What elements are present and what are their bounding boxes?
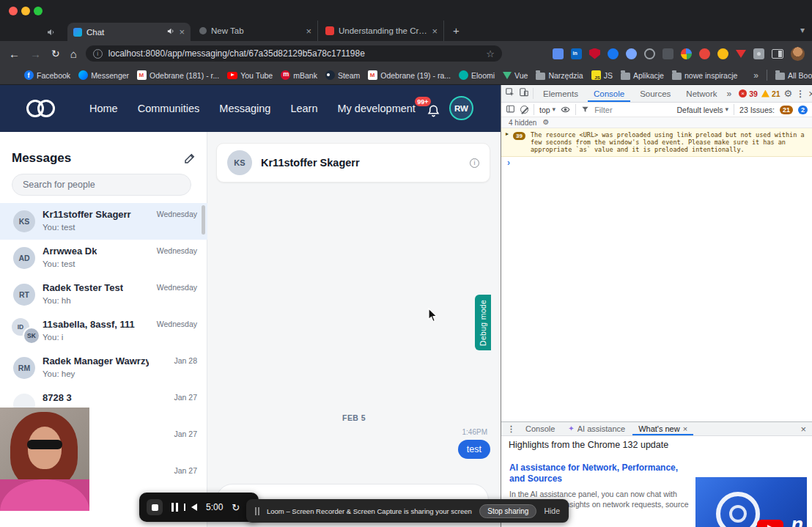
bookmark-vue[interactable]: Vue [503, 71, 528, 80]
chat-info-icon[interactable] [470, 158, 479, 168]
extension-icon-8[interactable] [717, 48, 728, 59]
devtools-tab-network[interactable]: Network [680, 86, 723, 102]
stop-sharing-button[interactable]: Stop sharing [479, 504, 536, 518]
bookmark-star-icon[interactable] [486, 49, 495, 59]
clear-console-icon[interactable] [520, 106, 528, 114]
webcam-preview[interactable] [0, 408, 89, 511]
search-input[interactable]: Search for people [12, 174, 191, 196]
bookmarks-overflow-icon[interactable] [753, 71, 759, 80]
bookmark-messenger[interactable]: Messenger [78, 70, 129, 80]
close-tab-icon[interactable] [432, 26, 438, 36]
extension-icon-2[interactable] [608, 48, 619, 59]
conversation-item[interactable]: KS Kr11stoffer Skagerr You: test Wednesd… [0, 203, 207, 240]
console-prompt[interactable] [501, 157, 812, 169]
site-info-icon[interactable] [93, 49, 103, 59]
devtools-settings-icon[interactable] [784, 89, 793, 98]
console-sidebar-icon[interactable] [506, 103, 515, 117]
issues-label[interactable]: 23 Issues: [739, 106, 775, 114]
devtools-menu-icon[interactable] [796, 89, 805, 98]
hide-banner-button[interactable]: Hide [544, 506, 560, 515]
tab-understanding[interactable]: Understanding the Create Me [320, 21, 444, 41]
side-panel-icon[interactable] [772, 49, 783, 59]
adblock-extension-icon[interactable] [589, 48, 600, 59]
bookmark-youtube[interactable]: You Tube [227, 71, 273, 80]
minimize-window-button[interactable] [21, 7, 30, 15]
linkedin-extension-icon[interactable] [571, 48, 582, 59]
debug-mode-button[interactable]: Debug mode [475, 295, 491, 350]
close-tab-icon[interactable] [306, 26, 311, 36]
outgoing-message-bubble[interactable]: test [458, 440, 490, 459]
conversation-item[interactable]: RT Radek Tester Test You: hh Wednesday [0, 276, 207, 313]
bookmark-eloomi[interactable]: Eloomi [459, 70, 495, 80]
filter-settings-icon[interactable] [542, 119, 549, 126]
whats-new-video-thumbnail[interactable]: n [695, 477, 807, 527]
zoom-window-button[interactable] [34, 7, 43, 15]
app-logo[interactable] [26, 100, 55, 117]
devtools-tab-console[interactable]: Console [588, 86, 630, 102]
stop-recording-button[interactable] [147, 499, 163, 515]
close-tab-icon[interactable] [683, 425, 687, 433]
address-bar[interactable]: localhost:8080/app/messaging/chat/67a35d… [86, 45, 502, 62]
home-button[interactable] [70, 48, 77, 59]
drawer-tab-ai-assistance[interactable]: AI assistance [562, 422, 631, 435]
bookmark-aplikacje[interactable]: Aplikacje [621, 71, 664, 80]
tab-chat[interactable]: Chat [67, 23, 191, 41]
bookmark-odebrane-2[interactable]: Odebrane (19) - ra... [368, 70, 451, 80]
user-avatar[interactable]: RW [449, 96, 473, 120]
bookmark-odebrane-1[interactable]: Odebrane (181) - r... [137, 70, 219, 80]
device-toolbar-icon[interactable] [519, 87, 529, 100]
bookmark-narzedzia[interactable]: Narzędzia [536, 71, 583, 80]
all-bookmarks-button[interactable]: All Bookmarks [775, 71, 812, 80]
conversation-item[interactable]: AD Arrwwea Dk You: test Wednesday [0, 240, 207, 276]
close-drawer-icon[interactable] [800, 424, 809, 434]
sidebar-scrollbar[interactable] [202, 205, 205, 235]
nav-learn[interactable]: Learn [290, 103, 317, 114]
console-warning-entry[interactable]: 39 The resource <URL> was preloaded usin… [501, 128, 812, 157]
reload-button[interactable] [51, 48, 60, 59]
bookmark-steam[interactable]: Steam [325, 70, 360, 80]
expand-warning-icon[interactable] [506, 131, 509, 137]
more-tabs-icon[interactable] [727, 89, 732, 98]
hidden-count-label[interactable]: 4 hidden [509, 119, 536, 127]
profile-avatar[interactable] [791, 47, 805, 61]
close-window-button[interactable] [9, 7, 18, 15]
extension-icon-1[interactable] [553, 48, 564, 59]
close-tab-icon[interactable] [179, 27, 185, 37]
forward-button[interactable] [30, 48, 41, 59]
log-levels-dropdown[interactable]: Default levels [677, 106, 729, 114]
bell-icon[interactable] [427, 104, 440, 121]
restart-recording-icon[interactable] [232, 503, 240, 512]
url-text[interactable]: localhost:8080/app/messaging/chat/67a35d… [108, 48, 480, 59]
bookmark-mbank[interactable]: mBank [281, 70, 317, 80]
drag-handle-icon[interactable] [255, 507, 256, 515]
conversation-item[interactable]: ID SK 11sabella, 8assf, 111 You: i Wedne… [0, 313, 207, 350]
tab-search-chevron-icon[interactable] [800, 26, 805, 34]
javascript-context-dropdown[interactable]: top [539, 106, 556, 114]
whats-new-article-title[interactable]: AI assistance for Network, Performance, … [509, 462, 693, 484]
drawer-tab-console[interactable]: Console [520, 422, 561, 435]
drawer-tab-whats-new[interactable]: What's new [632, 422, 693, 435]
extension-icon-9[interactable] [736, 50, 746, 58]
live-expression-icon[interactable] [561, 105, 570, 114]
bookmark-facebook[interactable]: Facebook [24, 70, 70, 80]
issues-info-chip[interactable]: 2 [798, 106, 808, 114]
nav-communities[interactable]: Communities [138, 103, 200, 114]
extension-icon-4[interactable] [644, 48, 655, 59]
bookmark-js[interactable]: JS [591, 70, 613, 80]
nav-messaging[interactable]: Messaging [219, 103, 270, 114]
error-count-badge[interactable]: × 39 [739, 89, 758, 98]
devtools-tab-sources[interactable]: Sources [634, 86, 676, 102]
extension-icon-6[interactable] [681, 48, 692, 59]
drawer-menu-icon[interactable] [504, 425, 518, 433]
tab-new-tab[interactable]: New Tab [193, 21, 318, 41]
extensions-puzzle-icon[interactable] [753, 48, 764, 59]
youtube-play-icon[interactable] [757, 520, 783, 527]
extension-icon-7[interactable] [699, 48, 710, 59]
issues-warning-chip[interactable]: 21 [780, 106, 793, 114]
tab-audio-playing-icon[interactable] [166, 27, 174, 37]
pause-icon[interactable] [171, 503, 178, 512]
rewind-icon[interactable] [191, 504, 197, 511]
compose-icon[interactable] [183, 152, 196, 168]
new-tab-button[interactable] [453, 25, 459, 36]
inspect-element-icon[interactable] [505, 87, 515, 100]
